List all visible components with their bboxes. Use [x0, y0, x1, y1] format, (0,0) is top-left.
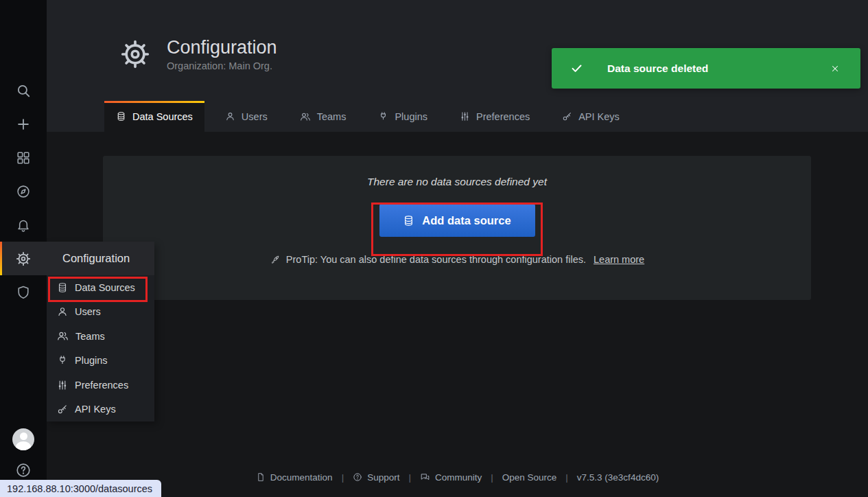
person-icon: [225, 111, 235, 122]
sidebar-item-explore[interactable]: [0, 174, 47, 208]
person-icon: [57, 306, 68, 317]
flyout-item-label: Data Sources: [75, 282, 135, 293]
flyout-item-api-keys[interactable]: API Keys: [47, 397, 154, 422]
page-title: Configuration: [167, 37, 277, 58]
config-tabs: Data Sources Users Teams Plugins Prefere…: [104, 101, 640, 132]
check-icon: [570, 62, 583, 75]
search-icon: [16, 83, 31, 98]
grafana-logo-icon[interactable]: [10, 5, 37, 33]
toast-message: Data source deleted: [607, 62, 708, 75]
flyout-item-plugins[interactable]: Plugins: [47, 349, 154, 373]
compass-icon: [16, 184, 31, 199]
sidebar-item-create[interactable]: [0, 107, 47, 141]
page-subtitle: Organization: Main Org.: [167, 60, 277, 71]
footer-separator: |: [565, 472, 568, 483]
flyout-item-preferences[interactable]: Preferences: [47, 373, 154, 397]
browser-status-url: 192.168.88.10:3000/datasources: [0, 480, 161, 497]
flyout-item-label: Users: [75, 306, 101, 317]
footer-separator: |: [342, 472, 344, 483]
footer-link-documentation[interactable]: Documentation: [256, 472, 333, 483]
add-data-source-label: Add data source: [422, 214, 511, 227]
tab-label: Users: [242, 111, 268, 122]
tab-users[interactable]: Users: [213, 101, 279, 132]
footer-separator: |: [491, 472, 493, 483]
footer-link-label: Open Source: [502, 472, 557, 483]
empty-state-message: There are no data sources defined yet: [367, 176, 547, 188]
flyout-item-label: Plugins: [75, 355, 108, 366]
sidebar-item-server-admin[interactable]: [0, 275, 47, 309]
footer-link-label: Support: [367, 472, 399, 483]
flyout-title[interactable]: Configuration: [47, 242, 154, 275]
configuration-flyout-menu: Configuration Data Sources Users Teams P…: [47, 242, 154, 421]
flyout-item-data-sources[interactable]: Data Sources: [47, 275, 154, 300]
key-icon: [57, 404, 68, 415]
page-title-row: Configuration Organization: Main Org.: [120, 37, 277, 71]
learn-more-link[interactable]: Learn more: [594, 254, 644, 265]
document-icon: [256, 472, 266, 482]
flyout-item-label: API Keys: [75, 404, 116, 415]
gear-icon: [120, 39, 150, 69]
sliders-icon: [460, 111, 470, 122]
grid-icon: [16, 150, 31, 165]
footer-version: v7.5.3 (3e3cf4dc60): [577, 472, 659, 483]
help-icon[interactable]: [15, 462, 32, 478]
database-icon: [57, 282, 68, 293]
gear-icon: [16, 251, 31, 266]
close-icon[interactable]: [830, 64, 840, 73]
grafana-configuration-page: Configuration Organization: Main Org. Da…: [0, 0, 868, 497]
tab-teams[interactable]: Teams: [288, 101, 358, 132]
sidebar-item-alerting[interactable]: [0, 208, 47, 242]
footer-link-support[interactable]: Support: [353, 472, 399, 483]
sidebar: [0, 0, 47, 497]
tab-plugins[interactable]: Plugins: [366, 101, 439, 132]
success-toast: Data source deleted: [552, 48, 860, 89]
key-icon: [562, 111, 572, 122]
people-icon: [300, 111, 311, 122]
footer-link-label: Documentation: [270, 472, 333, 483]
plug-icon: [378, 111, 388, 122]
database-icon: [116, 111, 126, 122]
footer-link-label: Community: [435, 472, 482, 483]
tab-label: Plugins: [395, 111, 427, 122]
protip-text: ProTip: You can also define data sources…: [286, 254, 586, 265]
bell-icon: [16, 218, 31, 233]
flyout-item-teams[interactable]: Teams: [47, 324, 154, 349]
sliders-icon: [57, 380, 68, 391]
flyout-item-label: Preferences: [75, 380, 128, 391]
people-icon: [57, 330, 69, 342]
protip-row: ProTip: You can also define data sources…: [270, 254, 644, 265]
tab-label: Preferences: [476, 111, 530, 122]
sidebar-item-configuration[interactable]: [0, 242, 47, 275]
footer: Documentation | Support | Community | Op…: [47, 469, 868, 485]
flyout-item-label: Teams: [75, 331, 105, 342]
flyout-item-users[interactable]: Users: [47, 300, 154, 325]
tab-label: Teams: [317, 111, 347, 122]
tab-data-sources[interactable]: Data Sources: [104, 101, 204, 132]
chat-icon: [420, 472, 430, 483]
tab-api-keys[interactable]: API Keys: [550, 101, 631, 132]
shield-icon: [16, 285, 31, 300]
plus-icon: [16, 117, 31, 132]
rocket-icon: [270, 254, 281, 265]
tab-label: API Keys: [578, 111, 620, 122]
plug-icon: [57, 355, 68, 366]
question-circle-icon: [353, 472, 362, 482]
add-data-source-button[interactable]: Add data source: [379, 204, 535, 237]
sidebar-item-search[interactable]: [0, 73, 47, 107]
empty-state-panel: There are no data sources defined yet Ad…: [103, 156, 811, 300]
tab-label: Data Sources: [132, 111, 193, 122]
tab-preferences[interactable]: Preferences: [448, 101, 541, 132]
database-icon: [403, 215, 414, 227]
user-avatar[interactable]: [12, 428, 34, 450]
footer-link-open-source[interactable]: Open Source: [502, 472, 557, 483]
footer-link-community[interactable]: Community: [420, 472, 482, 483]
sidebar-item-dashboards[interactable]: [0, 141, 47, 174]
footer-separator: |: [408, 472, 411, 483]
flyout-items: Data Sources Users Teams Plugins Prefere…: [47, 275, 154, 421]
